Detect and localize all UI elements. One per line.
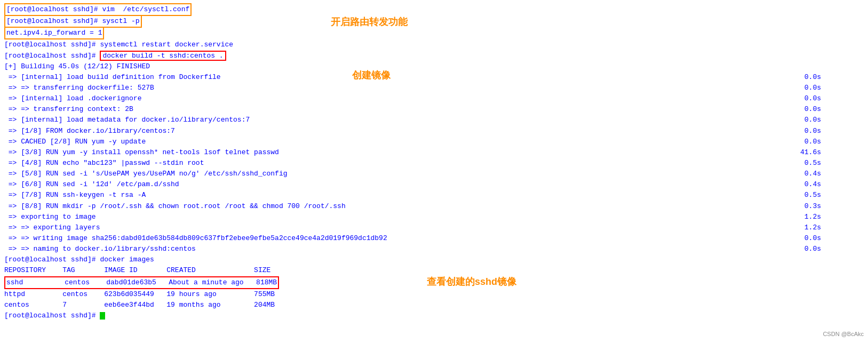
- line-text: => => transferring dockerfile: 527B: [4, 83, 805, 93]
- terminal-line: => [internal] load .dockerignore 0.0s: [4, 93, 864, 104]
- terminal-line: => exporting to image 1.2s: [4, 212, 864, 222]
- line-text: => [5/8] RUN sed -i 's/UsePAM yes/UsePAM…: [4, 169, 805, 179]
- timing: 0.0s: [805, 137, 864, 147]
- terminal-prompt: [root@localhost sshd]#: [4, 310, 864, 321]
- line-text: => CACHED [2/8] RUN yum -y update: [4, 137, 805, 147]
- terminal-line: => => naming to docker.io/library/sshd:c…: [4, 244, 864, 254]
- terminal-line: [+] Building 45.0s (12/12) FINISHED: [4, 61, 864, 72]
- line-text: [root@localhost sshd]# vim /etc/sysctl.c…: [4, 3, 192, 16]
- timing: 0.0s: [805, 115, 864, 125]
- annotation-create-image: 创建镜像: [352, 68, 391, 83]
- line-text: httpd centos 623b6d035449 19 hours ago 7…: [4, 289, 275, 300]
- table-row-centos: centos 7 eeb6ee3f44bd 19 months ago 204M…: [4, 300, 864, 310]
- timing: 0.0s: [805, 72, 864, 83]
- timing: 0.0s: [805, 244, 864, 254]
- cursor: [100, 312, 105, 320]
- line-text: [root@localhost sshd]# docker build -t s…: [4, 51, 226, 61]
- timing: 0.0s: [805, 83, 864, 93]
- annotation-view-image: 查看创建的sshd镜像: [427, 275, 516, 290]
- terminal-line: => [5/8] RUN sed -i 's/UsePAM yes/UsePAM…: [4, 169, 864, 179]
- timing: 0.5s: [805, 190, 864, 201]
- terminal-line: => [7/8] RUN ssh-keygen -t rsa -A 0.5s: [4, 190, 864, 201]
- line-text: => [1/8] FROM docker.io/library/centos:7: [4, 126, 805, 137]
- timing: 41.6s: [800, 147, 864, 158]
- line-text: => => exporting layers: [4, 222, 805, 233]
- line-text: => => writing image sha256:dabd01de63b58…: [4, 233, 805, 244]
- terminal-line: => [internal] load metadata for docker.i…: [4, 115, 864, 125]
- line-text: => [6/8] RUN sed -i '12d' /etc/pam.d/ssh…: [4, 179, 805, 190]
- line-text: [root@localhost sshd]# systemctl restart…: [4, 39, 233, 50]
- terminal: [root@localhost sshd]# vim /etc/sysctl.c…: [0, 0, 868, 343]
- timing: 1.2s: [805, 222, 864, 233]
- line-text: [+] Building 45.0s (12/12) FINISHED: [4, 61, 150, 72]
- terminal-line: => => writing image sha256:dabd01de63b58…: [4, 233, 864, 244]
- line-text: centos 7 eeb6ee3f44bd 19 months ago 204M…: [4, 300, 275, 310]
- terminal-line: => [3/8] RUN yum -y install openssh* net…: [4, 147, 864, 158]
- line-text: => [internal] load build definition from…: [4, 72, 805, 83]
- line-text: => [internal] load .dockerignore: [4, 93, 805, 104]
- line-text: [root@localhost sshd]#: [4, 310, 105, 321]
- terminal-line: [root@localhost sshd]# docker build -t s…: [4, 51, 864, 61]
- timing: 0.4s: [805, 179, 864, 190]
- timing: 0.0s: [805, 126, 864, 137]
- table-row-httpd: httpd centos 623b6d035449 19 hours ago 7…: [4, 289, 864, 300]
- terminal-line: => [internal] load build definition from…: [4, 72, 864, 83]
- docker-build-cmd: docker build -t sshd:centos .: [100, 51, 226, 61]
- line-text: => [8/8] RUN mkdir -p /root/.ssh && chow…: [4, 201, 805, 212]
- terminal-line: => CACHED [2/8] RUN yum -y update 0.0s: [4, 137, 864, 147]
- terminal-line: => [1/8] FROM docker.io/library/centos:7…: [4, 126, 864, 137]
- timing: 0.3s: [805, 201, 864, 212]
- timing: 0.0s: [805, 233, 864, 244]
- line-text: => [internal] load metadata for docker.i…: [4, 115, 805, 125]
- terminal-line: [root@localhost sshd]# sysctl -p: [4, 16, 864, 28]
- timing: 1.2s: [805, 212, 864, 222]
- line-text: => exporting to image: [4, 212, 805, 222]
- timing: 0.0s: [805, 93, 864, 104]
- line-text: => [7/8] RUN ssh-keygen -t rsa -A: [4, 190, 805, 201]
- line-text: net.ipv4.ip_forward = 1: [4, 28, 104, 39]
- line-text: => => naming to docker.io/library/sshd:c…: [4, 244, 805, 254]
- terminal-line: => [4/8] RUN echo "abc123" |passwd --std…: [4, 158, 864, 169]
- line-text: REPOSITORY TAG IMAGE ID CREATED SIZE: [4, 265, 270, 276]
- annotation-routing: 开启路由转发功能: [331, 15, 408, 30]
- terminal-line: [root@localhost sshd]# docker images: [4, 254, 864, 265]
- timing: 0.0s: [805, 104, 864, 115]
- timing: 0.4s: [805, 169, 864, 179]
- terminal-line: => [8/8] RUN mkdir -p /root/.ssh && chow…: [4, 201, 864, 212]
- terminal-line: => [6/8] RUN sed -i '12d' /etc/pam.d/ssh…: [4, 179, 864, 190]
- watermark: CSDN @BcAkc: [823, 330, 864, 339]
- terminal-line: [root@localhost sshd]# systemctl restart…: [4, 39, 864, 50]
- line-text: [root@localhost sshd]# sysctl -p: [4, 16, 142, 28]
- timing: 0.5s: [805, 158, 864, 169]
- terminal-line: net.ipv4.ip_forward = 1: [4, 28, 864, 39]
- terminal-line: => => transferring dockerfile: 527B 0.0s: [4, 83, 864, 93]
- terminal-line: => => transferring context: 2B 0.0s: [4, 104, 864, 115]
- terminal-line: => => exporting layers 1.2s: [4, 222, 864, 233]
- line-text: => => transferring context: 2B: [4, 104, 805, 115]
- line-text: => [4/8] RUN echo "abc123" |passwd --std…: [4, 158, 805, 169]
- line-text: [root@localhost sshd]# docker images: [4, 254, 154, 265]
- line-text: sshd centos dabd01de63b5 About a minute …: [4, 276, 279, 289]
- line-text: => [3/8] RUN yum -y install openssh* net…: [4, 147, 800, 158]
- terminal-line: [root@localhost sshd]# vim /etc/sysctl.c…: [4, 3, 864, 16]
